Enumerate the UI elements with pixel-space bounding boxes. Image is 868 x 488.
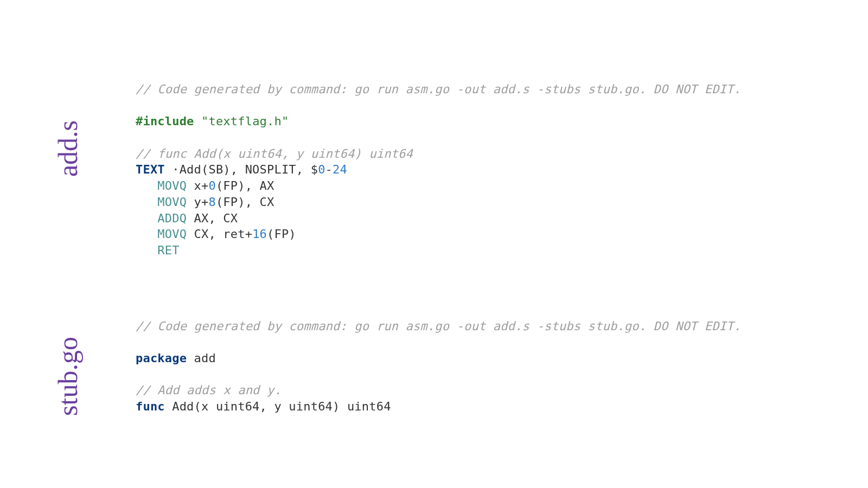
- label-column-add: add.s: [0, 81, 136, 164]
- movq3: MOVQ: [157, 227, 187, 241]
- add-s-block: add.s // Code generated by command: go r…: [0, 81, 868, 259]
- addq: ADDQ: [157, 211, 187, 225]
- ret: RET: [157, 243, 179, 257]
- add-comment: // Add adds x and y.: [136, 383, 282, 397]
- movq2-b: (FP), CX: [216, 195, 275, 209]
- indent2: [136, 195, 157, 209]
- indent1: [136, 179, 157, 192]
- label-stub-go: stub.go: [52, 337, 84, 416]
- num-24: 24: [333, 163, 347, 176]
- addq-rest: AX, CX: [187, 211, 238, 225]
- indent4: [136, 227, 157, 241]
- include-target: "textflag.h": [201, 114, 289, 128]
- package-keyword: package: [136, 351, 187, 365]
- movq1-a: x+: [187, 179, 208, 192]
- movq1-b: (FP), AX: [216, 179, 275, 192]
- indent5: [136, 243, 157, 257]
- movq1-num: 0: [208, 179, 215, 192]
- text-keyword: TEXT: [136, 163, 165, 176]
- code-add-s: // Code generated by command: go run asm…: [136, 81, 868, 259]
- movq2: MOVQ: [157, 195, 187, 209]
- sig-comment: // func Add(x uint64, y uint64) uint64: [136, 147, 413, 160]
- label-column-stub: stub.go: [0, 318, 136, 392]
- movq3-a: CX, ret+: [187, 227, 252, 241]
- num-zero: 0: [318, 163, 325, 176]
- dash: -: [326, 163, 333, 176]
- movq2-a: y+: [187, 195, 208, 209]
- movq1: MOVQ: [157, 179, 187, 192]
- func-keyword: func: [136, 400, 165, 413]
- include-keyword: #include: [136, 114, 194, 128]
- label-add-s: add.s: [52, 120, 84, 177]
- movq3-b: (FP): [267, 227, 296, 241]
- text-rest: ·Add(SB), NOSPLIT, $: [165, 163, 318, 176]
- code-stub-go: // Code generated by command: go run asm…: [136, 318, 868, 415]
- stub-go-block: stub.go // Code generated by command: go…: [0, 318, 868, 415]
- package-name: add: [187, 351, 216, 365]
- movq3-num: 16: [252, 227, 267, 241]
- indent3: [136, 211, 157, 225]
- slide: add.s // Code generated by command: go r…: [0, 0, 868, 488]
- gen-comment-stub: // Code generated by command: go run asm…: [136, 319, 741, 333]
- gen-comment-add: // Code generated by command: go run asm…: [136, 82, 741, 96]
- movq2-num: 8: [208, 195, 215, 209]
- func-rest: Add(x uint64, y uint64) uint64: [165, 400, 391, 413]
